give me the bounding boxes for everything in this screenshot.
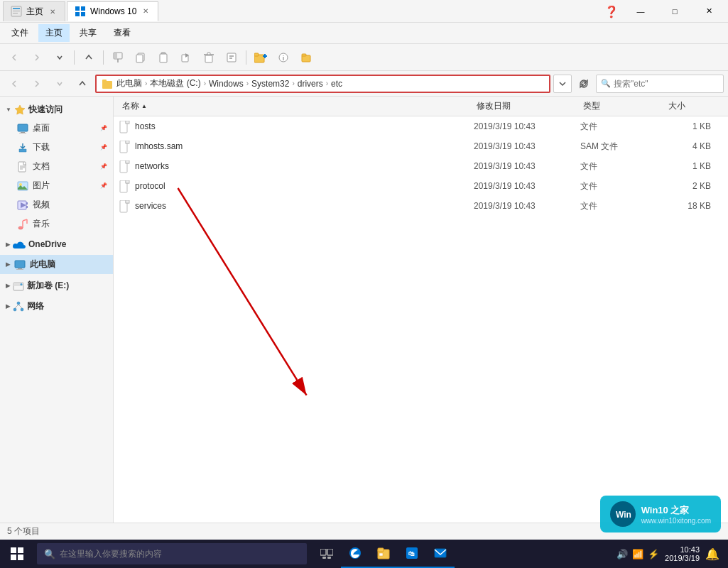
col-header-type[interactable]: 类型 [580,99,665,114]
addr-back-button[interactable] [4,74,24,94]
open-button[interactable] [296,48,316,67]
paste-button[interactable] [153,48,173,67]
file-row-lmhosts[interactable]: lmhosts.sam 2019/3/19 10:43 SAM 文件 4 KB [114,136,728,156]
windows-start-icon [11,547,23,560]
delete-button[interactable] [199,48,219,67]
sort-icon: ▲ [141,103,147,109]
file-date-hosts: 2019/3/19 10:43 [474,121,580,131]
addressbar: 此电脑 › 本地磁盘 (C:) › Windows › System32 › d… [0,71,728,97]
crumb-drivers[interactable]: drivers [298,79,323,89]
menu-share[interactable]: 共享 [72,24,104,42]
menu-file[interactable]: 文件 [4,24,36,42]
file-icon-lmhosts [119,141,131,152]
file-name-protocol: protocol [135,181,474,191]
sidebar-item-music[interactable]: 音乐 [0,214,113,234]
sidebar-section-newvol: ▶ 新加卷 (E:) [0,277,113,295]
crumb-system32[interactable]: System32 [251,79,289,89]
search-input[interactable] [614,79,719,89]
sidebar-item-network[interactable]: ▶ 网络 [0,297,113,315]
sidebar-item-videos[interactable]: 视频 [0,195,113,214]
help-icon[interactable]: ❓ [604,5,619,18]
menu-home[interactable]: 主页 [38,24,70,42]
up-icon [85,53,93,62]
tab-win10-close[interactable]: ✕ [141,6,151,16]
copy-icon [135,52,146,63]
col-header-size[interactable]: 大小 [665,99,722,114]
file-size-lmhosts: 4 KB [665,141,722,151]
search-box[interactable]: 🔍 [596,75,724,93]
address-bar-path[interactable]: 此电脑 › 本地磁盘 (C:) › Windows › System32 › d… [95,75,550,93]
menu-view[interactable]: 查看 [107,24,138,42]
up-button[interactable] [79,48,99,67]
forward-button[interactable] [27,48,47,67]
action-center-button[interactable]: 🔔 [705,547,719,561]
svg-rect-7 [81,12,85,16]
addr-up-button[interactable] [72,74,92,94]
taskbar-app-edge[interactable] [341,540,369,568]
refresh-button[interactable] [575,75,593,93]
file-row-services[interactable]: services 2019/3/19 10:43 文件 18 KB [114,196,728,216]
path-dropdown-button[interactable] [553,75,572,93]
crumb-etc[interactable]: etc [331,79,342,89]
col-header-date[interactable]: 修改日期 [474,99,580,114]
pictures-label: 图片 [33,180,50,192]
taskbar-search[interactable]: 🔍 在这里输入你要搜索的内容 [37,543,307,564]
sidebar-item-onedrive[interactable]: ▶ OneDrive [0,236,113,252]
taskbar-clock[interactable]: 10:43 2019/3/19 [665,545,700,562]
sidebar-item-newvol[interactable]: ▶ 新加卷 (E:) [0,277,113,295]
task-view-button[interactable] [313,540,341,568]
file-row-protocol[interactable]: protocol 2019/3/19 10:43 文件 2 KB [114,176,728,196]
search-icon: 🔍 [601,79,611,88]
start-button[interactable] [0,540,34,568]
new-folder-button[interactable] [251,48,271,67]
svg-rect-72 [11,547,16,553]
tab-home-label: 主页 [26,6,43,18]
col-header-name[interactable]: 名称 ▲ [119,99,474,114]
tab-home-close[interactable]: ✕ [48,6,58,16]
file-row-networks[interactable]: networks 2019/3/19 10:43 文件 1 KB [114,156,728,176]
tray-icon-2: 📶 [632,549,643,559]
addr-dropdown-button[interactable] [50,74,70,94]
watermark-logo: Win [610,501,636,527]
taskbar-app-explorer[interactable] [369,540,398,568]
clock-time: 10:43 [665,545,700,554]
paste-icon [158,52,169,63]
back-button[interactable] [4,48,24,67]
properties-button[interactable]: i [273,48,293,67]
crumb-c[interactable]: 本地磁盘 (C:) [150,77,200,89]
sidebar-item-desktop[interactable]: 桌面 📌 [0,119,113,138]
svg-rect-9 [114,53,117,58]
watermark: Win Win10 之家 www.win10xitong.com [600,496,721,532]
svg-rect-63 [126,141,129,143]
svg-rect-77 [327,549,333,555]
crumb-thispc[interactable]: 此电脑 [116,77,142,89]
svg-rect-2 [13,11,20,11]
sidebar-item-downloads[interactable]: 下载 📌 [0,138,113,157]
sidebar-item-documents[interactable]: 文档 📌 [0,157,113,176]
sidebar-item-pictures[interactable]: 图片 📌 [0,176,113,195]
copy-button[interactable] [131,48,151,67]
rename-button[interactable] [222,48,241,67]
taskbar-app-mail[interactable] [426,540,455,568]
sidebar-header-quickaccess[interactable]: ▼ 快速访问 [0,101,113,119]
filelist-body: hosts 2019/3/19 10:43 文件 1 KB lmhosts.sa… [114,116,728,523]
svg-rect-5 [81,6,85,11]
taskbar-app-store[interactable]: 🛍 [398,540,426,568]
move-button[interactable] [176,48,196,67]
crumb-windows[interactable]: Windows [209,79,244,89]
tab-home[interactable]: 主页 ✕ [3,1,65,21]
pin-button[interactable] [108,48,128,67]
tab-win10[interactable]: Windows 10 ✕ [67,1,158,21]
network-label: 网络 [27,300,44,312]
svg-rect-14 [160,54,167,62]
dropdown-icon [56,53,63,62]
sidebar-item-thispc[interactable]: ▶ 此电脑 [0,255,113,274]
desktop-label: 桌面 [33,122,50,134]
svg-rect-44 [26,206,28,208]
file-row-hosts[interactable]: hosts 2019/3/19 10:43 文件 1 KB [114,116,728,136]
pin-icon [112,52,124,63]
videos-icon [17,200,28,211]
file-icon-hosts [119,121,131,132]
recent-button[interactable] [50,48,70,67]
addr-forward-button[interactable] [27,74,47,94]
